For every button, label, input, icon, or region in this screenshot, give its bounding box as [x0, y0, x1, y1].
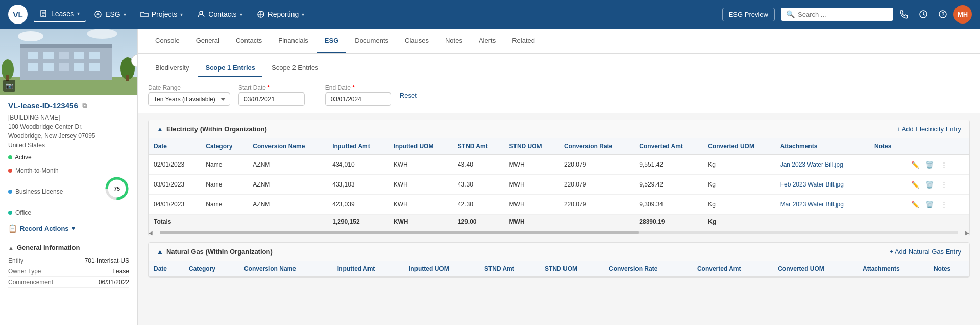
- delete-icon[interactable]: 🗑️: [923, 158, 936, 171]
- scroll-right-arrow[interactable]: ▶: [965, 230, 969, 236]
- nav-reporting[interactable]: Reporting ▾: [251, 7, 311, 21]
- tab-console[interactable]: Console: [148, 29, 187, 53]
- sidebar-fields: Entity 701-Interlsat-US Owner Type Lease…: [8, 256, 129, 288]
- svg-text:?: ?: [942, 12, 945, 17]
- progress-value: 75: [114, 185, 120, 192]
- nav-leases[interactable]: Leases ▾: [34, 7, 86, 22]
- natural-gas-title: ▲ Natural Gas (Within Organization): [157, 248, 273, 256]
- tab-clauses[interactable]: Clauses: [398, 29, 436, 53]
- col-conversion-rate: Conversion Rate: [559, 138, 634, 154]
- main-layout: ‹: [0, 29, 980, 325]
- ng-col-conversion-rate: Conversion Rate: [604, 261, 692, 277]
- add-natural-gas-button[interactable]: + Add Natural Gas Entry: [889, 248, 961, 256]
- copy-icon[interactable]: ⧉: [82, 102, 87, 110]
- tag-dot: [8, 169, 12, 173]
- reporting-icon: [257, 10, 265, 18]
- tab-alerts[interactable]: Alerts: [472, 29, 503, 53]
- record-actions-button[interactable]: 📋 Record Actions ▾: [8, 222, 129, 235]
- app-logo[interactable]: VL: [8, 5, 28, 24]
- svg-point-31: [87, 29, 117, 39]
- leases-chevron: ▾: [77, 11, 80, 16]
- nav-esg[interactable]: ESG ▾: [88, 7, 132, 21]
- tab-related[interactable]: Related: [505, 29, 542, 53]
- col-converted-uom: Converted UOM: [703, 138, 775, 154]
- end-date-input[interactable]: [325, 92, 391, 106]
- general-info-chevron: ▲: [8, 245, 14, 251]
- contacts-icon: [197, 10, 205, 18]
- progress-ring: 75: [105, 176, 129, 201]
- edit-icon[interactable]: ✏️: [909, 178, 921, 191]
- row-actions: ✏️ 🗑️ ⋮: [909, 178, 964, 191]
- sidebar-field-owner-type: Owner Type Lease: [8, 266, 129, 277]
- col-actions: [904, 138, 969, 154]
- more-icon[interactable]: ⋮: [938, 158, 950, 171]
- status-badge: Active: [8, 154, 129, 161]
- col-category: Category: [201, 138, 248, 154]
- sub-tab-scope2[interactable]: Scope 2 Entries: [264, 60, 326, 77]
- sub-tab-scope1[interactable]: Scope 1 Entries: [198, 60, 262, 77]
- tab-general[interactable]: General: [189, 29, 227, 53]
- camera-icon[interactable]: 📷: [3, 80, 15, 92]
- electricity-section-header[interactable]: ▲ Electricity (Within Organization) + Ad…: [149, 120, 969, 138]
- date-separator: –: [313, 91, 317, 99]
- add-electricity-button[interactable]: + Add Electricity Entry: [896, 125, 961, 133]
- esg-preview-button[interactable]: ESG Preview: [722, 8, 775, 21]
- ng-col-attachments: Attachments: [857, 261, 928, 277]
- tag-office: Office: [8, 208, 129, 217]
- general-info-section[interactable]: ▲ General Information: [8, 240, 129, 256]
- tab-notes[interactable]: Notes: [438, 29, 470, 53]
- svg-rect-24: [74, 63, 84, 71]
- svg-rect-25: [89, 63, 100, 71]
- property-building-image: [0, 29, 137, 95]
- folder-icon: [140, 10, 149, 18]
- more-icon[interactable]: ⋮: [938, 198, 950, 211]
- ng-col-notes: Notes: [928, 261, 969, 277]
- delete-icon[interactable]: 🗑️: [923, 198, 936, 211]
- attachment-link[interactable]: Jan 2023 Water Bill.jpg: [780, 161, 843, 168]
- reset-button[interactable]: Reset: [400, 91, 417, 99]
- delete-icon[interactable]: 🗑️: [923, 178, 936, 191]
- help-icon-btn[interactable]: ?: [934, 6, 951, 23]
- horizontal-scrollbar[interactable]: ◀ ▶: [149, 229, 969, 236]
- col-conversion-name: Conversion Name: [248, 138, 327, 154]
- row-actions: ✏️ 🗑️ ⋮: [909, 198, 964, 211]
- phone-icon-btn[interactable]: [895, 6, 913, 23]
- tab-documents[interactable]: Documents: [348, 29, 396, 53]
- col-date: Date: [149, 138, 201, 154]
- electricity-section: ▲ Electricity (Within Organization) + Ad…: [148, 120, 970, 236]
- tabs-bar: Console General Contacts Financials ESG …: [138, 29, 980, 54]
- scrollbar-thumb[interactable]: [160, 231, 639, 234]
- attachment-link[interactable]: Mar 2023 Water Bill.jpg: [780, 201, 844, 208]
- tab-esg[interactable]: ESG: [317, 29, 346, 53]
- edit-icon[interactable]: ✏️: [909, 198, 921, 211]
- tab-financials[interactable]: Financials: [271, 29, 315, 53]
- natural-gas-table-wrapper: Date Category Conversion Name Inputted A…: [149, 261, 969, 277]
- edit-icon[interactable]: ✏️: [909, 158, 921, 171]
- tab-contacts[interactable]: Contacts: [229, 29, 269, 53]
- nav-contacts[interactable]: Contacts ▾: [191, 7, 248, 21]
- tag-month-to-month: Month-to-Month: [8, 166, 129, 175]
- col-converted-amt: Converted Amt: [634, 138, 703, 154]
- start-date-field: Start Date *: [238, 84, 305, 106]
- start-date-input[interactable]: [238, 92, 305, 106]
- natural-gas-section-header[interactable]: ▲ Natural Gas (Within Organization) + Ad…: [149, 243, 969, 261]
- record-actions-chevron: ▾: [72, 225, 75, 232]
- svg-rect-21: [28, 63, 38, 71]
- svg-rect-15: [20, 44, 112, 48]
- scroll-left-arrow[interactable]: ◀: [149, 230, 153, 236]
- ng-col-stnd-uom: STND UOM: [540, 261, 604, 277]
- date-range-select[interactable]: Ten Years (if available) Five Years One …: [148, 92, 230, 106]
- content-area: Console General Contacts Financials ESG …: [138, 29, 980, 325]
- search-input[interactable]: [798, 11, 888, 18]
- nav-projects[interactable]: Projects ▾: [134, 7, 189, 21]
- avatar[interactable]: MH: [953, 5, 972, 24]
- more-icon[interactable]: ⋮: [938, 178, 950, 191]
- clock-icon-btn[interactable]: [915, 6, 932, 23]
- attachment-link[interactable]: Feb 2023 Water Bill.jpg: [780, 181, 844, 188]
- table-row: 04/01/2023 Name AZNM 423,039 KWH 42.30 M…: [149, 195, 969, 215]
- top-navigation: VL Leases ▾ ESG ▾ Projects ▾ Contacts ▾ …: [0, 0, 980, 29]
- sub-tab-biodiversity[interactable]: Biodiversity: [148, 60, 196, 77]
- ng-col-category: Category: [184, 261, 239, 277]
- ng-col-conversion-name: Conversion Name: [239, 261, 332, 277]
- svg-rect-23: [59, 63, 69, 71]
